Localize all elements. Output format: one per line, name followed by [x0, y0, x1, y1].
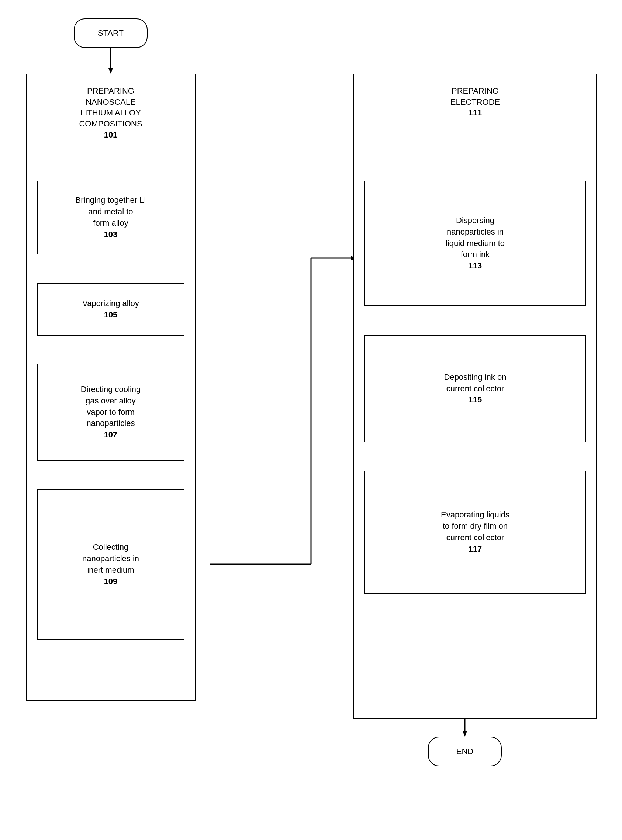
- box-115: Depositing ink on current collector 115: [364, 335, 586, 443]
- box-117: Evaporating liquids to form dry film on …: [364, 470, 586, 593]
- box113-text: Dispersing nanoparticles in liquid mediu…: [446, 215, 505, 272]
- left-group-title: PREPARING NANOSCALE LITHIUM ALLOY COMPOS…: [27, 75, 195, 148]
- box-107: Directing cooling gas over alloy vapor t…: [37, 364, 184, 461]
- right-group-title: PREPARING ELECTRODE 111: [354, 75, 596, 126]
- box105-text: Vaporizing alloy 105: [82, 298, 139, 321]
- box-109: Collecting nanoparticles in inert medium…: [37, 489, 184, 640]
- box109-text: Collecting nanoparticles in inert medium…: [82, 542, 139, 587]
- end-label: END: [456, 746, 473, 757]
- svg-marker-17: [463, 731, 467, 737]
- end-node: END: [428, 737, 502, 766]
- start-node: START: [74, 18, 148, 48]
- box115-text: Depositing ink on current collector 115: [444, 372, 506, 406]
- box-105: Vaporizing alloy 105: [37, 283, 184, 336]
- box-113: Dispersing nanoparticles in liquid mediu…: [364, 181, 586, 306]
- box117-text: Evaporating liquids to form dry film on …: [441, 509, 509, 555]
- box-103: Bringing together Li and metal to form a…: [37, 181, 184, 254]
- box103-text: Bringing together Li and metal to form a…: [76, 195, 146, 240]
- svg-marker-1: [108, 68, 113, 74]
- start-label: START: [98, 27, 123, 39]
- diagram-container: START PREPARING NANOSCALE LITHIUM ALLOY …: [0, 0, 622, 840]
- box107-text: Directing cooling gas over alloy vapor t…: [81, 384, 141, 441]
